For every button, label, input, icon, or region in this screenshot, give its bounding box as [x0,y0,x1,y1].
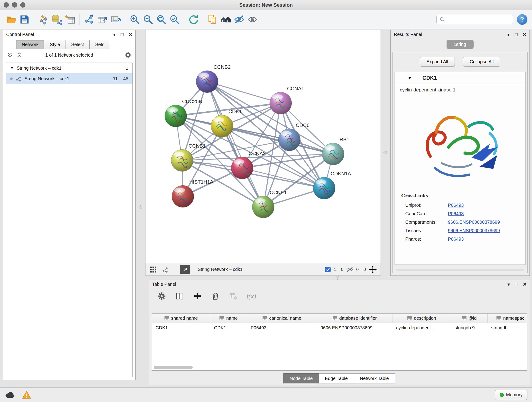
crosslink-link[interactable]: P06493 [448,211,464,216]
table-settings-gear-icon[interactable] [157,292,166,301]
table-cell: stringdb:9... [451,323,488,332]
zoom-selected-button[interactable] [168,13,181,26]
expand-all-button[interactable]: Expand All [420,57,455,67]
column-header-database-identifier[interactable]: database identifier [317,313,393,323]
network-node-HIST1H1A[interactable]: HIST1H1A [172,179,213,207]
hidden-eye-slash-icon[interactable] [346,266,354,273]
open-session-button[interactable] [5,13,18,26]
warning-icon[interactable] [22,391,31,399]
help-button[interactable]: ? [517,14,527,25]
home-button[interactable] [219,13,233,26]
search-box[interactable] [437,15,513,24]
control-tab-network[interactable]: Network [16,40,44,49]
memory-button[interactable]: Memory [495,390,527,400]
tab-network-table[interactable]: Network Table [354,373,395,383]
open-cybrowser-button[interactable] [206,13,219,26]
gene-collapse-icon[interactable]: ▼ [408,76,412,81]
panel-menu-icon[interactable]: ▾ [507,282,510,287]
hide-selected-button[interactable] [233,13,246,26]
add-column-icon[interactable] [193,292,202,301]
column-header-namespac[interactable]: namespac [488,313,527,323]
open-cybrowser-icon [207,14,218,25]
zoom-in-button[interactable] [128,13,141,26]
zoom-out-button[interactable] [141,13,155,26]
expand-all-networks-icon[interactable] [16,51,23,59]
tab-edge-table[interactable]: Edge Table [319,373,354,383]
crosslink-link[interactable]: P06493 [448,236,464,242]
column-header-shared-name[interactable]: shared name [152,313,210,323]
window-minimize-button[interactable] [12,2,17,7]
network-node-CCNA1[interactable]: CCNA1 [270,86,304,114]
selected-checkbox-icon[interactable] [325,267,331,273]
table-row[interactable]: CDK1CDK1P064939606.ENSP00000378699cyclin… [152,323,527,332]
network-canvas[interactable]: CCNB2CCNA1CDC25BCDK1CDC6RB1CCNB1CCNA2CDK… [146,30,380,263]
crosslink-link[interactable]: P06493 [448,203,464,208]
network-edge[interactable] [207,82,263,207]
network-overview-icon[interactable] [161,265,169,274]
table-horizontal-scrollbar[interactable] [154,366,193,369]
import-table-from-file-button[interactable] [63,13,77,26]
crosslink-link[interactable]: 9606.ENSP00000378699 [448,220,500,225]
tab-string[interactable]: String [447,40,474,49]
panel-float-icon[interactable]: □ [121,32,124,37]
function-builder-icon[interactable]: f(x) [247,292,256,300]
network-node-RB1[interactable]: RB1 [322,137,349,165]
network-node-CDKN1A[interactable]: CDKN1A [313,171,351,199]
crosslinks-list: Uniprot:P06493GeneCard:P06493Compartment… [395,201,525,243]
panel-menu-icon[interactable]: ▾ [113,32,116,37]
network-options-gear-icon[interactable] [124,51,132,59]
panel-float-icon[interactable]: □ [515,32,518,37]
open-in-window-button[interactable] [180,265,190,274]
control-tab-sets[interactable]: Sets [89,40,110,49]
window-close-button[interactable] [4,2,9,7]
table-tabs: Node TableEdge TableNetwork Table [284,373,395,383]
column-header-canonical-name[interactable]: canonical name [247,313,317,323]
pan-tool-icon[interactable] [369,265,377,274]
splitter-grip-bottom[interactable] [336,276,339,280]
column-header-description[interactable]: description [393,313,451,323]
show-columns-icon[interactable] [175,292,184,301]
control-tab-style[interactable]: Style [44,40,65,49]
collapse-all-button[interactable]: Collapse All [463,57,500,67]
column-header-name[interactable]: name [210,313,247,323]
import-network-from-database-icon [51,14,62,25]
collapse-all-networks-icon[interactable] [6,51,13,59]
panel-menu-icon[interactable]: ▾ [507,32,510,37]
home-icon [221,14,231,25]
tree-caret-icon[interactable]: ▼ [10,66,14,70]
save-session-button[interactable] [18,13,31,26]
zoom-fit-button[interactable] [155,13,168,26]
panel-close-icon[interactable]: × [128,32,132,38]
delete-column-icon[interactable] [211,292,220,301]
node-label: CDK1 [228,109,242,114]
panel-float-icon[interactable]: □ [515,282,518,287]
splitter-grip-right[interactable] [384,151,387,154]
new-network-from-selection-button[interactable] [82,13,96,26]
search-input[interactable] [447,17,510,22]
export-table-button[interactable] [96,13,109,26]
cloud-status-icon[interactable] [5,391,15,399]
network-graph[interactable]: CCNB2CCNA1CDC25BCDK1CDC6RB1CCNB1CCNA2CDK… [146,30,380,263]
column-header--id[interactable]: @id [451,313,488,323]
panel-close-icon[interactable]: × [523,281,526,287]
splitter-grip-left[interactable] [139,205,142,209]
network-view[interactable]: CCNB2CCNA1CDC25BCDK1CDC6RB1CCNB1CCNA2CDK… [145,30,381,276]
network-node-CDK1[interactable]: CDK1 [211,109,242,137]
crosslink-link[interactable]: 9606.ENSP00000378699 [448,228,500,233]
apply-layout-button[interactable] [187,13,200,26]
gene-header[interactable]: ▼ CDK1 [395,72,525,84]
show-graphics-details-icon [247,14,258,25]
window-zoom-button[interactable] [20,2,25,7]
network-node-CCNB2[interactable]: CCNB2 [196,64,231,93]
export-image-button[interactable] [109,13,122,26]
import-network-from-database-button[interactable] [50,13,63,26]
network-collection-row[interactable]: ▼ String Network – cdk1 1 [6,63,133,73]
network-row[interactable]: String Network – cdk1 11 48 [6,73,133,84]
show-graphics-details-button[interactable] [246,13,259,26]
import-network-from-file-button[interactable] [37,13,50,26]
control-tab-select[interactable]: Select [65,40,90,49]
tab-node-table[interactable]: Node Table [283,373,319,383]
birdseye-view-icon[interactable] [149,265,157,274]
panel-close-icon[interactable]: × [523,32,526,38]
results-scrollbar[interactable] [396,269,524,271]
